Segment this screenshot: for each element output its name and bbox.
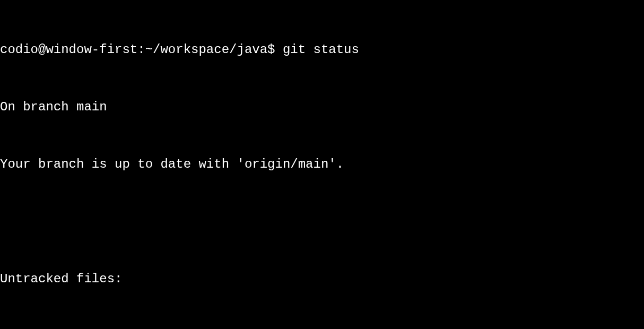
upstream-status: Your branch is up to date with 'origin/m…: [0, 155, 644, 174]
untracked-hint: (use "git add <file>..." to include in w…: [0, 327, 644, 329]
branch-status: On branch main: [0, 98, 644, 117]
untracked-header: Untracked files:: [0, 270, 644, 289]
shell-prompt: codio@window-first:~/workspace/java$: [0, 42, 283, 57]
command-text: git status: [283, 42, 359, 57]
prompt-line: codio@window-first:~/workspace/java$ git…: [0, 40, 644, 59]
blank-line: [0, 212, 644, 231]
terminal-output[interactable]: codio@window-first:~/workspace/java$ git…: [0, 2, 644, 329]
